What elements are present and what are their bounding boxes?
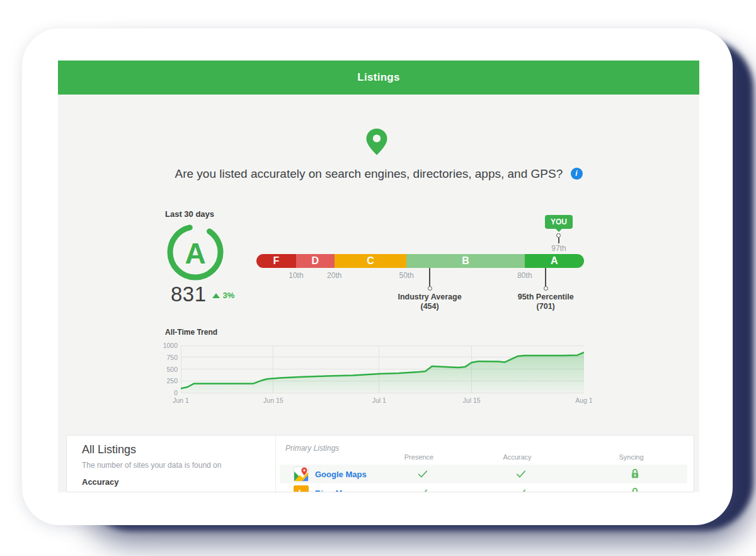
bing-maps-icon: b bbox=[294, 485, 309, 492]
screenshot-stage: Listings Are you listed accurately on se… bbox=[0, 0, 756, 556]
you-stem bbox=[558, 238, 559, 243]
you-marker: YOU 97th bbox=[530, 215, 587, 253]
percentile-tick: 20th bbox=[327, 271, 341, 280]
all-listings-title: All Listings bbox=[82, 443, 136, 456]
score-row: 831 3% bbox=[171, 282, 234, 306]
trend-up-icon bbox=[212, 293, 220, 298]
marker-line bbox=[429, 268, 430, 286]
x-axis-label: Jun 1 bbox=[173, 397, 189, 404]
column-header-presence: Presence bbox=[404, 453, 433, 461]
y-axis-label: 750 bbox=[152, 354, 178, 361]
svg-text:b: b bbox=[298, 488, 304, 493]
grade-segment-c: C bbox=[335, 254, 406, 268]
x-axis-label: Jul 1 bbox=[372, 397, 386, 404]
listings-dashboard: Listings Are you listed accurately on se… bbox=[58, 61, 699, 492]
you-badge: YOU bbox=[545, 215, 573, 229]
info-icon[interactable]: i bbox=[571, 168, 583, 180]
page-title: Listings bbox=[58, 61, 699, 95]
y-axis-label: 250 bbox=[152, 377, 178, 385]
grade-letter: A bbox=[166, 224, 224, 282]
x-axis-label: Aug 1 bbox=[575, 397, 592, 404]
bar-marker: Industry Average(454) bbox=[382, 268, 477, 311]
score-delta: 3% bbox=[223, 291, 235, 300]
marker-value: (701) bbox=[537, 303, 555, 311]
percentile-tick: 10th bbox=[289, 271, 303, 280]
y-axis-label: 0 bbox=[152, 389, 178, 397]
all-listings-panel: All Listings The number of sites your da… bbox=[74, 436, 275, 492]
grade-segment-a: A bbox=[525, 254, 584, 268]
marker-label: 95th Percentile bbox=[518, 293, 574, 301]
site-link[interactable]: Google Maps bbox=[315, 470, 367, 479]
accuracy-section-label: Accuracy bbox=[82, 477, 119, 487]
you-dot-icon bbox=[556, 233, 561, 238]
x-axis-label: Jul 15 bbox=[463, 397, 481, 404]
site-link[interactable]: Bing Maps bbox=[315, 489, 357, 492]
primary-listings-panel: Primary Listings PresenceAccuracySyncing… bbox=[276, 436, 694, 492]
listings-detail-card: All Listings The number of sites your da… bbox=[66, 435, 694, 492]
map-pin-icon bbox=[362, 127, 392, 157]
score-gauge: A bbox=[166, 223, 224, 281]
column-header-accuracy: Accuracy bbox=[503, 453, 531, 461]
grade-segment-b: B bbox=[406, 254, 525, 268]
hero-question: Are you listed accurately on search engi… bbox=[58, 166, 699, 181]
period-label: Last 30 days bbox=[165, 209, 214, 219]
trend-chart: 02505007501000Jun 1Jun 15Jul 1Jul 15Aug … bbox=[181, 345, 584, 393]
x-axis-label: Jun 15 bbox=[263, 397, 284, 404]
marker-value: (454) bbox=[420, 303, 438, 311]
app-header: Listings bbox=[58, 61, 699, 95]
marker-label: Industry Average bbox=[398, 293, 461, 301]
bar-marker: 95th Percentile(701) bbox=[498, 268, 593, 311]
you-caret-icon bbox=[556, 229, 562, 232]
check-icon bbox=[416, 468, 429, 483]
grade-segment-f: F bbox=[256, 254, 296, 268]
lock-icon bbox=[629, 487, 641, 492]
trend-chart-plot bbox=[181, 345, 584, 394]
score-value: 831 bbox=[171, 282, 207, 306]
y-axis-label: 500 bbox=[152, 366, 178, 373]
percentile-grade-bar: FDCBA bbox=[256, 254, 584, 268]
grade-segment-d: D bbox=[296, 254, 335, 268]
primary-listings-title: Primary Listings bbox=[285, 444, 339, 453]
table-row: bBing Maps bbox=[280, 484, 687, 492]
google-maps-icon bbox=[294, 466, 309, 482]
marker-dot-icon bbox=[544, 286, 548, 291]
y-axis-label: 1000 bbox=[152, 342, 178, 349]
check-icon bbox=[515, 487, 527, 492]
check-icon bbox=[416, 487, 429, 492]
you-percentile: 97th bbox=[551, 244, 566, 253]
all-listings-subtitle: The number of sites your data is found o… bbox=[82, 461, 221, 470]
marker-line bbox=[545, 268, 546, 286]
lock-icon bbox=[629, 468, 641, 482]
check-icon bbox=[515, 468, 527, 483]
hero-question-text: Are you listed accurately on search engi… bbox=[175, 167, 563, 180]
column-header-syncing: Syncing bbox=[619, 453, 643, 461]
table-row: Google Maps bbox=[280, 465, 687, 484]
marker-dot-icon bbox=[428, 286, 432, 291]
trend-chart-title: All-Time Trend bbox=[165, 328, 217, 337]
